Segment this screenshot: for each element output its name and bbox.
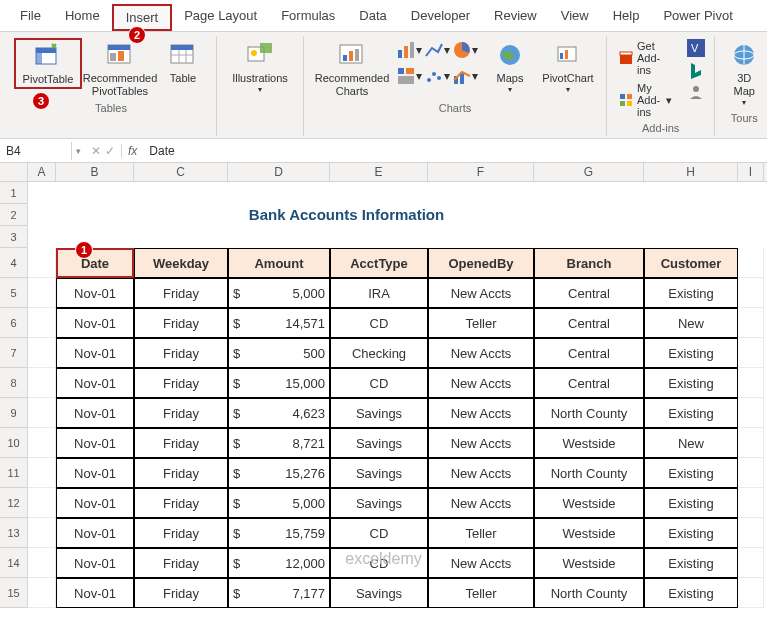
cell[interactable] [330, 226, 428, 248]
cell[interactable] [738, 578, 764, 608]
table-cell[interactable]: $14,571 [228, 308, 330, 338]
cell[interactable] [738, 488, 764, 518]
bar-chart-icon[interactable]: ▾ [396, 38, 422, 62]
table-cell[interactable]: $5,000 [228, 278, 330, 308]
cell[interactable] [738, 368, 764, 398]
tab-review[interactable]: Review [482, 4, 549, 31]
table-cell[interactable]: $500 [228, 338, 330, 368]
cell[interactable] [644, 182, 738, 204]
tab-data[interactable]: Data [347, 4, 398, 31]
combo-chart-icon[interactable]: ▾ [452, 64, 478, 88]
table-cell[interactable]: Nov-01 [56, 578, 134, 608]
table-cell[interactable]: Existing [644, 278, 738, 308]
table-cell[interactable]: Friday [134, 308, 228, 338]
table-cell[interactable]: Nov-01 [56, 518, 134, 548]
bing-icon[interactable] [686, 60, 706, 80]
row-header[interactable]: 4 [0, 248, 28, 278]
table-cell[interactable]: Existing [644, 458, 738, 488]
namebox-dropdown-icon[interactable]: ▾ [72, 146, 85, 156]
maps-button[interactable]: Maps ▾ [486, 38, 534, 97]
column-header[interactable]: H [644, 163, 738, 181]
cell[interactable] [134, 182, 228, 204]
cancel-icon[interactable]: ✕ [91, 144, 101, 158]
cell[interactable] [28, 548, 56, 578]
cell[interactable] [330, 182, 428, 204]
tab-page-layout[interactable]: Page Layout [172, 4, 269, 31]
cell[interactable] [28, 308, 56, 338]
row-header[interactable]: 13 [0, 518, 28, 548]
table-cell[interactable]: Friday [134, 398, 228, 428]
cell[interactable] [28, 428, 56, 458]
cell[interactable] [534, 182, 644, 204]
pivottable-button[interactable]: PivotTable [14, 38, 82, 89]
table-button[interactable]: Table [158, 38, 208, 87]
table-cell[interactable]: Westside [534, 488, 644, 518]
line-chart-icon[interactable]: ▾ [424, 38, 450, 62]
cell[interactable] [28, 398, 56, 428]
title-cell[interactable]: Bank Accounts Information [56, 204, 638, 226]
table-cell[interactable]: Nov-01 [56, 548, 134, 578]
cell[interactable] [28, 226, 56, 248]
cell[interactable] [228, 226, 330, 248]
cell[interactable] [228, 182, 330, 204]
table-cell[interactable]: Existing [644, 518, 738, 548]
row-header[interactable]: 7 [0, 338, 28, 368]
table-cell[interactable]: Westside [534, 518, 644, 548]
table-cell[interactable]: Existing [644, 338, 738, 368]
table-cell[interactable]: Teller [428, 578, 534, 608]
3d-map-button[interactable]: 3D Map ▾ [723, 38, 765, 110]
table-cell[interactable]: CD [330, 548, 428, 578]
cell[interactable] [28, 182, 56, 204]
table-cell[interactable]: Friday [134, 548, 228, 578]
scatter-chart-icon[interactable]: ▾ [424, 64, 450, 88]
row-header[interactable]: 11 [0, 458, 28, 488]
column-header[interactable]: G [534, 163, 644, 181]
cell[interactable] [738, 548, 764, 578]
column-header[interactable]: C [134, 163, 228, 181]
pie-chart-icon[interactable]: ▾ [452, 38, 478, 62]
cell[interactable] [738, 248, 764, 278]
table-cell[interactable]: Nov-01 [56, 458, 134, 488]
table-cell[interactable]: Nov-01 [56, 278, 134, 308]
table-cell[interactable]: New Accts [428, 428, 534, 458]
table-cell[interactable]: Existing [644, 398, 738, 428]
table-cell[interactable]: Friday [134, 428, 228, 458]
cell[interactable] [428, 182, 534, 204]
column-header[interactable]: D [228, 163, 330, 181]
tab-help[interactable]: Help [601, 4, 652, 31]
table-cell[interactable]: Existing [644, 578, 738, 608]
row-header[interactable]: 3 [0, 226, 28, 248]
table-cell[interactable]: Central [534, 368, 644, 398]
table-cell[interactable]: Savings [330, 398, 428, 428]
table-header[interactable]: AcctType [330, 248, 428, 278]
column-header[interactable]: E [330, 163, 428, 181]
table-cell[interactable]: Nov-01 [56, 338, 134, 368]
cell[interactable] [738, 518, 764, 548]
table-cell[interactable]: $12,000 [228, 548, 330, 578]
table-cell[interactable]: $15,276 [228, 458, 330, 488]
cell[interactable] [738, 182, 764, 204]
table-header[interactable]: Date [56, 248, 134, 278]
my-addins-button[interactable]: My Add-ins ▾ [615, 80, 676, 120]
cell[interactable] [134, 226, 228, 248]
table-cell[interactable]: New Accts [428, 488, 534, 518]
table-cell[interactable]: Nov-01 [56, 308, 134, 338]
table-header[interactable]: OpenedBy [428, 248, 534, 278]
table-cell[interactable]: North County [534, 458, 644, 488]
table-cell[interactable]: New Accts [428, 458, 534, 488]
tab-view[interactable]: View [549, 4, 601, 31]
cell[interactable] [644, 226, 738, 248]
table-cell[interactable]: Nov-01 [56, 398, 134, 428]
column-header[interactable]: A [28, 163, 56, 181]
cell[interactable] [28, 248, 56, 278]
table-cell[interactable]: Friday [134, 368, 228, 398]
cell[interactable] [28, 204, 56, 226]
table-cell[interactable]: Friday [134, 278, 228, 308]
tab-developer[interactable]: Developer [399, 4, 482, 31]
table-cell[interactable]: Nov-01 [56, 368, 134, 398]
hierarchy-chart-icon[interactable]: ▾ [396, 64, 422, 88]
table-cell[interactable]: Friday [134, 458, 228, 488]
cell[interactable] [28, 578, 56, 608]
get-addins-button[interactable]: Get Add-ins [615, 38, 676, 78]
table-cell[interactable]: $7,177 [228, 578, 330, 608]
